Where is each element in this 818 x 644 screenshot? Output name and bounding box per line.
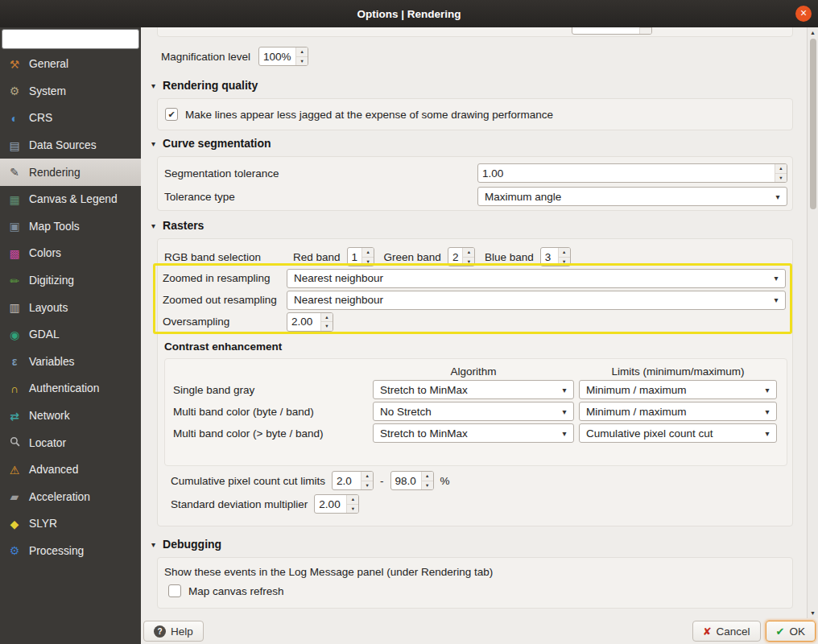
scrollbar-thumb[interactable] (810, 39, 816, 209)
green-band-label: Green band (384, 251, 441, 263)
oversampling-spinbox[interactable]: 2.00 ▴ ▾ (287, 312, 333, 332)
section-title: Debugging (163, 538, 221, 551)
sidebar-item-label: Advanced (29, 464, 78, 476)
rgb-band-selection-label: RGB band selection (164, 251, 287, 263)
sidebar-item-label: Layouts (29, 302, 68, 314)
spin-up-icon[interactable]: ▴ (422, 472, 433, 481)
contrast-enhancement-title: Contrast enhancement (164, 341, 282, 353)
section-rasters[interactable]: ▾ Rasters (151, 219, 204, 232)
cumulative-max-spinbox[interactable]: 98.0 ▴ ▾ (390, 471, 434, 490)
sidebar-item-gdal[interactable]: ◉ GDAL (0, 321, 141, 349)
multi-band-byte-label: Multi band color (byte / band) (173, 406, 368, 418)
tolerance-type-combobox[interactable]: Maximum angle ▾ (477, 187, 787, 206)
sidebar-item-network[interactable]: ⇄ Network (0, 402, 141, 430)
spin-value: 2.00 (315, 495, 346, 513)
sidebar-item-processing[interactable]: ⚙ Processing (0, 538, 141, 565)
scroll-down-icon[interactable]: ▼ (808, 610, 818, 616)
sidebar-item-rendering[interactable]: ✎ Rendering (0, 159, 141, 186)
section-debugging[interactable]: ▾ Debugging (151, 538, 221, 551)
sidebar-item-map-tools[interactable]: ▣ Map Tools (0, 213, 141, 241)
sidebar-item-locator[interactable]: Locator (0, 429, 141, 456)
percent-sign: % (440, 475, 450, 487)
sidebar-item-canvas-legend[interactable]: ▦ Canvas & Legend (0, 186, 141, 213)
options-content: Magnification level 100% ▴ ▾ ▾ Rendering… (141, 27, 807, 618)
spin-up-icon[interactable]: ▴ (347, 495, 358, 505)
section-rendering-quality[interactable]: ▾ Rendering quality (151, 79, 258, 92)
sidebar-item-slyr[interactable]: ◆ SLYR (0, 510, 141, 538)
sidebar-item-variables[interactable]: ε Variables (0, 349, 141, 376)
close-button[interactable]: × (795, 6, 812, 22)
spin-up-icon[interactable]: ▴ (775, 164, 787, 174)
single-band-gray-algorithm-combobox[interactable]: Stretch to MinMax ▾ (373, 380, 574, 399)
multi-band-byte-limits-combobox[interactable]: Minimum / maximum ▾ (579, 402, 777, 421)
spin-down-icon[interactable]: ▾ (775, 174, 787, 183)
combo-value: Stretch to MinMax (374, 427, 556, 440)
dialog-footer: ? Help ✘ Cancel ✔ OK (141, 618, 818, 644)
section-curve-segmentation[interactable]: ▾ Curve segmentation (151, 137, 271, 150)
sidebar-item-label: System (29, 85, 66, 97)
single-band-gray-label: Single band gray (173, 384, 368, 396)
spin-down-icon[interactable]: ▾ (422, 481, 433, 490)
sidebar-item-authentication[interactable]: ∩ Authentication (0, 375, 141, 402)
sidebar-search[interactable] (2, 29, 139, 49)
cumulative-min-spinbox[interactable]: 2.0 ▴ ▾ (332, 471, 374, 490)
multi-band-byte-algorithm-combobox[interactable]: No Stretch ▾ (373, 402, 574, 421)
network-icon: ⇄ (6, 410, 23, 423)
debugging-description: Show these events in the Log Message pan… (164, 566, 493, 578)
zoomed-out-resampling-combobox[interactable]: Nearest neighbour ▾ (287, 291, 786, 310)
multi-band-gt-byte-algorithm-combobox[interactable]: Stretch to MinMax ▾ (373, 423, 574, 443)
combo-value: Nearest neighbour (287, 294, 767, 306)
spin-up-icon[interactable]: ▴ (559, 248, 570, 258)
cancel-button[interactable]: ✘ Cancel (692, 621, 761, 642)
check-icon: ✔ (167, 109, 175, 120)
spin-down-icon[interactable]: ▾ (347, 505, 358, 514)
sidebar-item-label: Authentication (29, 382, 99, 394)
sidebar-item-label: Map Tools (29, 221, 80, 233)
spin-down-icon[interactable]: ▾ (361, 481, 373, 490)
palette-icon: ▩ (6, 247, 23, 260)
spin-up-icon[interactable]: ▴ (321, 313, 333, 323)
sidebar-item-general[interactable]: ⚒ General (0, 51, 141, 78)
magnification-spinbox[interactable]: 100% ▴ ▾ (258, 47, 308, 66)
sidebar-item-advanced[interactable]: ⚠ Advanced (0, 456, 141, 484)
multi-band-gt-byte-limits-combobox[interactable]: Cumulative pixel count cut ▾ (579, 423, 777, 443)
sidebar-search-input[interactable] (11, 31, 153, 47)
zoomed-out-resampling-label: Zoomed out resampling (163, 294, 287, 306)
sidebar-item-colors[interactable]: ▩ Colors (0, 240, 141, 267)
spin-up-icon[interactable]: ▴ (362, 248, 374, 258)
spin-up-icon[interactable]: ▴ (361, 472, 373, 481)
map-tools-icon: ▣ (6, 220, 23, 233)
ok-button-label: OK (789, 625, 805, 638)
spin-down-icon[interactable]: ▾ (296, 57, 308, 66)
antialias-checkbox[interactable]: ✔ (165, 108, 178, 121)
spin-down-icon[interactable]: ▾ (321, 322, 333, 331)
spin-up-icon[interactable]: ▴ (463, 248, 474, 258)
scroll-up-icon[interactable]: ▲ (808, 30, 818, 35)
pencil-icon: ✏ (6, 275, 23, 287)
chevron-down-icon: ▾ (556, 429, 573, 438)
lock-icon: ∩ (6, 382, 23, 395)
segmentation-tolerance-label: Segmentation tolerance (164, 167, 279, 180)
chevron-down-icon: ▾ (767, 295, 785, 304)
zoomed-in-resampling-combobox[interactable]: Nearest neighbour ▾ (287, 269, 786, 288)
sidebar-item-system[interactable]: ⚙ System (0, 78, 141, 105)
sidebar-item-crs[interactable]: ◐ CRS (0, 105, 141, 132)
sidebar-item-layouts[interactable]: ▥ Layouts (0, 294, 141, 321)
std-deviation-spinbox[interactable]: 2.00 ▴ ▾ (314, 494, 359, 514)
segmentation-tolerance-spinbox[interactable]: 1.00 ▴ ▾ (477, 163, 787, 183)
spin-up-icon[interactable]: ▴ (296, 47, 308, 57)
single-band-gray-limits-combobox[interactable]: Minimum / maximum ▾ (579, 380, 777, 399)
sidebar-item-label: Canvas & Legend (29, 193, 118, 205)
partial-spinbox[interactable] (572, 27, 652, 35)
spin-value: 98.0 (391, 472, 421, 489)
sidebar-item-acceleration[interactable]: ▰ Acceleration (0, 484, 141, 511)
sidebar-item-data-sources[interactable]: ▤ Data Sources (0, 132, 141, 159)
scrollbar[interactable]: ▲ ▼ (807, 27, 818, 618)
sidebar-item-label: CRS (29, 112, 52, 124)
ok-button[interactable]: ✔ OK (766, 621, 816, 642)
sidebar-item-digitizing[interactable]: ✏ Digitizing (0, 267, 141, 295)
map-canvas-refresh-checkbox[interactable] (168, 584, 181, 597)
cumulative-cut-limits-label: Cumulative pixel count cut limits (171, 475, 325, 487)
collapse-icon: ▾ (151, 221, 155, 230)
help-button[interactable]: ? Help (143, 621, 204, 642)
